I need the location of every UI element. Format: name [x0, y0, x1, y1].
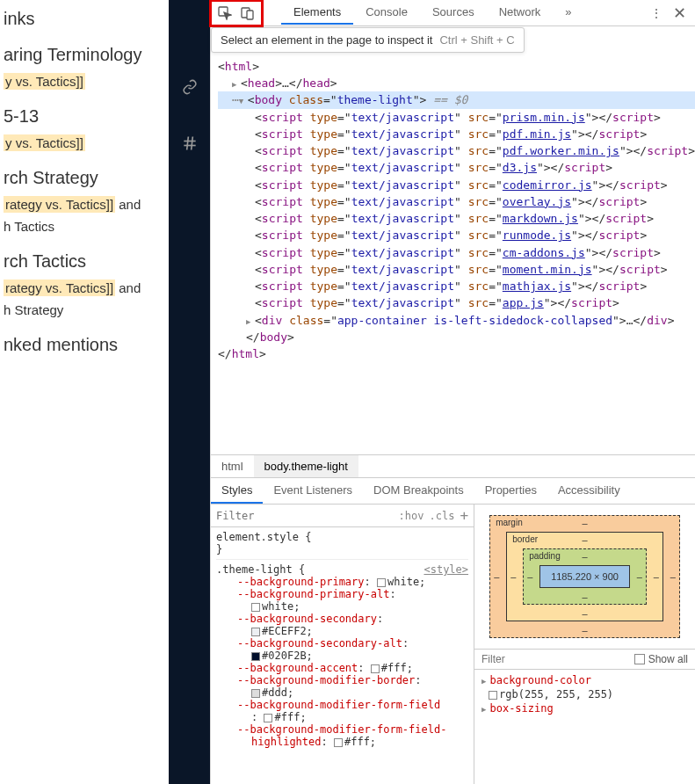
dom-node[interactable]: <script type="text/javascript" src="code… — [218, 177, 695, 193]
dom-node-selected[interactable]: ⋯▼<body class="theme-light"> == $0 — [218, 91, 695, 108]
dom-node[interactable]: <script type="text/javascript" src="over… — [218, 193, 695, 210]
hash-icon[interactable] — [181, 134, 199, 156]
dom-node[interactable]: </html> — [218, 345, 695, 362]
tab-accessibility[interactable]: Accessibility — [547, 478, 631, 504]
sidebar-heading: nked mentions — [0, 335, 169, 355]
tooltip-text: Select an element in the page to inspect… — [221, 33, 432, 47]
bm-padding-label: padding — [529, 551, 561, 561]
dom-node[interactable]: <script type="text/javascript" src="cm-a… — [218, 244, 695, 261]
tab-event-listeners[interactable]: Event Listeners — [263, 478, 363, 504]
link-icon[interactable] — [182, 79, 198, 99]
dom-node[interactable]: <script type="text/javascript" src="pdf.… — [218, 142, 695, 159]
dom-node[interactable]: <script type="text/javascript" src="runm… — [218, 227, 695, 243]
tab-properties[interactable]: Properties — [474, 478, 547, 504]
sidebar-heading: aring Terminology — [0, 45, 169, 65]
sidebar-heading: inks — [0, 9, 169, 29]
checkbox-icon[interactable] — [634, 654, 645, 664]
svg-rect-6 — [247, 11, 253, 19]
sidebar-item[interactable]: y vs. Tactics]] — [0, 72, 169, 91]
sidebar-item[interactable]: rategy vs. Tactics]] and — [0, 195, 169, 214]
tab-sources[interactable]: Sources — [420, 1, 487, 25]
breadcrumb-item[interactable]: body.theme-light — [254, 455, 358, 477]
css-rule[interactable]: element.style { — [216, 531, 468, 543]
dom-node[interactable]: <script type="text/javascript" src="pdf.… — [218, 126, 695, 142]
sidebar-item[interactable]: y vs. Tactics]] — [0, 134, 169, 152]
tab-dom-breakpoints[interactable]: DOM Breakpoints — [363, 478, 474, 504]
tooltip-shortcut: Ctrl + Shift + C — [439, 33, 514, 47]
inspect-button-highlight — [209, 0, 264, 27]
styles-panel: :hov .cls + element.style { } <style> .t… — [211, 505, 474, 784]
app-sidebar: inks aring Terminology y vs. Tactics]] 5… — [0, 0, 169, 784]
hov-toggle[interactable]: :hov — [399, 510, 424, 522]
dom-tree[interactable]: <html> ▶<head>…</head> ⋯▼<body class="th… — [211, 54, 695, 454]
sidebar-item[interactable]: rategy vs. Tactics]] and — [0, 279, 169, 297]
sidebar-heading: rch Strategy — [0, 168, 169, 188]
rule-source-link[interactable]: <style> — [424, 563, 468, 576]
dom-node[interactable]: <script type="text/javascript" src="mark… — [218, 210, 695, 227]
dom-node[interactable]: <html> — [218, 58, 695, 75]
dom-node[interactable]: <script type="text/javascript" src="d3.j… — [218, 159, 695, 176]
breadcrumb-item[interactable]: html — [211, 455, 254, 477]
kebab-menu-icon[interactable]: ⋮ — [650, 6, 662, 20]
app-ribbon — [169, 0, 210, 784]
close-icon[interactable]: ✕ — [673, 4, 686, 23]
tab-more[interactable]: » — [553, 1, 583, 25]
dom-node[interactable]: ▶<div class="app-container is-left-sided… — [218, 312, 695, 329]
dom-node[interactable]: <script type="text/javascript" src="app.… — [218, 294, 695, 311]
svg-line-3 — [191, 137, 192, 150]
show-all-toggle[interactable]: Show all — [634, 653, 688, 665]
styles-tabs: Styles Event Listeners DOM Breakpoints P… — [211, 478, 695, 505]
device-toggle-icon[interactable] — [240, 5, 256, 21]
dom-node[interactable]: <script type="text/javascript" src="mome… — [218, 261, 695, 278]
sidebar-item[interactable]: h Strategy — [0, 301, 169, 319]
new-style-rule-icon[interactable]: + — [460, 507, 468, 524]
css-rule[interactable]: .theme-light { — [216, 563, 305, 576]
dom-node[interactable]: ▶<head>…</head> — [218, 75, 695, 91]
computed-filter-input[interactable] — [481, 653, 627, 665]
devtools-tabs: Elements Console Sources Network » — [281, 1, 584, 25]
inspect-element-icon[interactable] — [217, 5, 233, 21]
tab-console[interactable]: Console — [353, 1, 420, 25]
dom-breadcrumb: html body.theme-light — [211, 454, 695, 478]
dom-node[interactable]: <script type="text/javascript" src="math… — [218, 278, 695, 294]
sidebar-heading: rch Tactics — [0, 251, 169, 272]
bm-margin-label: margin — [496, 518, 523, 527]
tab-styles[interactable]: Styles — [211, 478, 263, 504]
sidebar-item[interactable]: h Tactics — [0, 217, 169, 236]
computed-panel: margin –––– border –––– padding –––– 118… — [474, 505, 695, 784]
devtools-toolbar: Elements Console Sources Network » ⋮ ✕ S… — [211, 0, 695, 26]
cls-toggle[interactable]: .cls — [429, 510, 454, 522]
computed-property[interactable]: ▶box-sizing — [481, 701, 688, 715]
bm-border-label: border — [512, 534, 538, 544]
tab-network[interactable]: Network — [487, 1, 554, 25]
box-model[interactable]: margin –––– border –––– padding –––– 118… — [474, 505, 695, 649]
bm-content: 1185.220 × 900 — [539, 565, 630, 588]
inspect-tooltip: Select an element in the page to inspect… — [211, 27, 525, 53]
svg-line-2 — [186, 137, 188, 150]
sidebar-heading: 5-13 — [0, 106, 169, 127]
computed-property[interactable]: ▶background-color — [481, 673, 688, 687]
styles-filter-input[interactable] — [216, 510, 394, 522]
dom-node[interactable]: </body> — [218, 329, 695, 345]
dom-node[interactable]: <script type="text/javascript" src="pris… — [218, 109, 695, 126]
tab-elements[interactable]: Elements — [281, 1, 353, 25]
devtools-panel: Elements Console Sources Network » ⋮ ✕ S… — [210, 0, 695, 784]
